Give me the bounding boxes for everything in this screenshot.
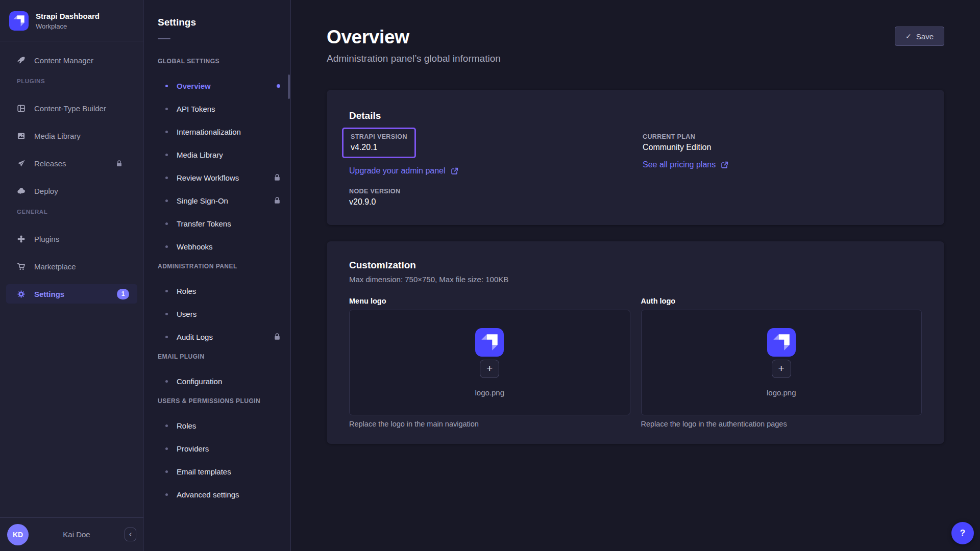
sidebar-item-marketplace[interactable]: Marketplace [6,257,137,276]
lock-icon [273,196,281,205]
layout-icon [17,104,26,113]
bullet-icon [165,108,168,110]
subnav-item-audit-logs[interactable]: Audit Logs [158,330,282,343]
bullet-icon [165,380,168,383]
plus-icon: + [778,362,785,374]
pricing-plans-link[interactable]: See all pricing plans [643,160,728,169]
image-icon [17,132,26,140]
subnav-item-providers[interactable]: Providers [158,442,282,455]
details-grid: STRAPI VERSION v4.20.1 Upgrade your admi… [349,128,922,207]
sidebar-item-media-library[interactable]: Media Library [6,126,137,145]
subnav-item-review-workflows[interactable]: Review Workflows [158,171,282,184]
subnav-scrollbar[interactable] [288,74,290,99]
bullet-icon [165,424,168,427]
auth-logo-filename: logo.png [767,388,796,397]
bullet-icon [165,154,168,156]
sidebar-item-content-type-builder[interactable]: Content-Type Builder [6,98,137,118]
main-sidebar: Strapi Dashboard Workplace Content Manag… [0,0,144,551]
sidebar-item-settings[interactable]: Settings 1 [6,284,137,304]
subnav-item-api-tokens[interactable]: API Tokens [158,102,282,115]
help-button[interactable]: ? [951,522,974,544]
subnav-item-up-roles[interactable]: Roles [158,419,282,432]
bullet-icon [165,177,168,179]
strapi-logo-icon [9,11,29,31]
bullet-icon [165,199,168,202]
menu-logo-upload-box[interactable]: + logo.png [349,310,630,415]
sidebar-item-content-manager[interactable]: Content Manager [6,51,137,70]
logos-grid: Menu logo + logo.png Replace the logo in… [349,297,922,428]
user-avatar[interactable]: KD [7,524,29,545]
subnav-section-users-permissions-plugin: USERS & PERMISSIONS PLUGIN [158,397,282,405]
external-link-icon [451,167,458,175]
collapse-sidebar-button[interactable]: ‹ [125,528,136,541]
sidebar-section-plugins: PLUGINS [6,78,137,86]
save-button[interactable]: ✓ Save [895,27,944,46]
bullet-icon [165,85,168,87]
strapi-version-field-highlight: STRAPI VERSION v4.20.1 [342,128,416,158]
add-logo-button[interactable]: + [480,360,499,378]
subnav-item-email-configuration[interactable]: Configuration [158,374,282,388]
sidebar-item-releases[interactable]: Releases [6,154,137,173]
subnav-item-advanced-settings[interactable]: Advanced settings [158,488,282,501]
plus-icon: + [486,362,493,374]
node-version-field: NODE VERSION v20.9.0 [349,188,643,207]
bullet-icon [165,222,168,225]
workspace-brand[interactable]: Strapi Dashboard Workplace [0,0,143,41]
sidebar-item-plugins[interactable]: Plugins [6,229,137,248]
cloud-icon [17,187,26,195]
subnav-section-email-plugin: EMAIL PLUGIN [158,353,282,360]
auth-logo-upload-box[interactable]: + logo.png [641,310,922,415]
sidebar-user-footer: KD Kai Doe ‹ [0,517,143,551]
external-link-icon [721,161,728,169]
workspace-subtitle: Workplace [36,22,100,30]
settings-subnav: Settings GLOBAL SETTINGS Overview API To… [144,0,291,551]
node-version-value: v20.9.0 [349,197,643,207]
page-title-block: Overview Administration panel’s global i… [327,27,501,64]
main-content: Overview Administration panel’s global i… [291,0,980,551]
bullet-icon [165,245,168,248]
sidebar-item-label: Plugins [34,235,59,243]
add-logo-button[interactable]: + [772,360,791,378]
subnav-item-single-sign-on[interactable]: Single Sign-On [158,194,282,207]
subnav-item-webhooks[interactable]: Webhooks [158,240,282,253]
paper-plane-icon [17,159,26,168]
puzzle-icon [17,235,26,243]
lock-icon [273,333,281,341]
workspace-info: Strapi Dashboard Workplace [36,12,100,30]
node-version-label: NODE VERSION [349,188,643,195]
bullet-icon [165,290,168,292]
upgrade-admin-panel-link[interactable]: Upgrade your admin panel [349,166,458,176]
workspace-title: Strapi Dashboard [36,12,100,21]
pen-icon [17,56,26,65]
details-right-column: CURRENT PLAN Community Edition See all p… [643,128,922,207]
lock-icon [273,173,281,182]
sidebar-item-label: Settings [34,290,64,298]
subnav-item-email-templates[interactable]: Email templates [158,465,282,478]
current-plan-field: CURRENT PLAN Community Edition [643,128,922,152]
current-plan-label: CURRENT PLAN [643,133,922,140]
bullet-icon [165,336,168,338]
details-heading: Details [349,110,922,121]
check-icon: ✓ [905,32,912,40]
lock-icon [115,160,123,167]
subnav-item-overview[interactable]: Overview [158,79,282,92]
page-subtitle: Administration panel’s global informatio… [327,53,501,64]
sidebar-item-label: Content Manager [34,56,93,65]
subnav-title-rule [158,38,170,39]
subnav-item-admin-roles[interactable]: Roles [158,284,282,297]
subnav-item-admin-users[interactable]: Users [158,307,282,320]
strapi-version-value: v4.20.1 [351,143,407,152]
subnav-item-transfer-tokens[interactable]: Transfer Tokens [158,217,282,230]
menu-logo-field: Menu logo + logo.png Replace the logo in… [349,297,630,428]
auth-logo-field: Auth logo + logo.png Replace the logo in… [641,297,922,428]
bullet-icon [165,313,168,315]
bullet-icon [165,493,168,496]
subnav-item-media-library[interactable]: Media Library [158,148,282,161]
sidebar-item-deploy[interactable]: Deploy [6,181,137,201]
customization-constraints: Max dimension: 750×750, Max file size: 1… [349,275,922,284]
menu-logo-filename: logo.png [475,388,504,397]
page-header: Overview Administration panel’s global i… [327,27,944,64]
menu-logo-label: Menu logo [349,297,630,305]
subnav-item-internationalization[interactable]: Internationalization [158,125,282,138]
gear-icon [17,290,26,298]
